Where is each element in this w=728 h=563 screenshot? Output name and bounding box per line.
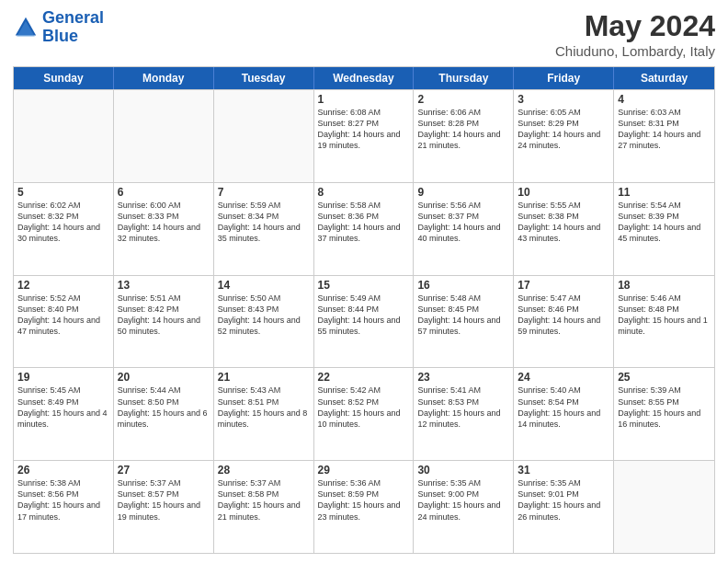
calendar-cell-4: 4 Sunrise: 6:03 AMSunset: 8:31 PMDayligh… [614,90,714,182]
calendar-cell-18: 18 Sunrise: 5:46 AMSunset: 8:48 PMDaylig… [614,276,714,368]
logo-text: General Blue [42,9,104,46]
header: General Blue May 2024 Chiuduno, Lombardy… [13,9,715,59]
day-number: 11 [618,186,711,199]
calendar-cell-empty-0-0 [14,90,114,182]
calendar-cell-14: 14 Sunrise: 5:50 AMSunset: 8:43 PMDaylig… [214,276,314,368]
day-number: 22 [318,371,410,384]
calendar-row-2: 12 Sunrise: 5:52 AMSunset: 8:40 PMDaylig… [14,275,714,368]
calendar-cell-empty-4-6 [614,461,714,553]
calendar-cell-29: 29 Sunrise: 5:36 AMSunset: 8:59 PMDaylig… [314,461,415,553]
header-day-sunday: Sunday [14,67,114,89]
day-number: 10 [518,186,609,199]
header-day-saturday: Saturday [614,67,714,89]
cell-info: Sunrise: 5:39 AMSunset: 8:55 PMDaylight:… [618,385,711,430]
day-number: 28 [218,464,310,477]
cell-info: Sunrise: 5:44 AMSunset: 8:50 PMDaylight:… [118,385,210,430]
calendar-cell-10: 10 Sunrise: 5:55 AMSunset: 8:38 PMDaylig… [514,183,614,275]
page: General Blue May 2024 Chiuduno, Lombardy… [0,0,728,563]
calendar-cell-empty-0-2 [214,90,314,182]
calendar-cell-12: 12 Sunrise: 5:52 AMSunset: 8:40 PMDaylig… [14,276,114,368]
day-number: 17 [518,279,609,292]
cell-info: Sunrise: 5:47 AMSunset: 8:46 PMDaylight:… [518,293,609,338]
day-number: 24 [518,371,609,384]
day-number: 30 [417,464,509,477]
cell-info: Sunrise: 5:48 AMSunset: 8:45 PMDaylight:… [417,293,509,338]
cell-info: Sunrise: 5:38 AMSunset: 8:56 PMDaylight:… [17,477,109,523]
day-number: 13 [118,279,210,292]
cell-info: Sunrise: 5:55 AMSunset: 8:38 PMDaylight:… [518,200,609,245]
calendar-header: SundayMondayTuesdayWednesdayThursdayFrid… [14,67,714,89]
calendar-cell-empty-0-1 [114,90,214,182]
cell-info: Sunrise: 6:08 AMSunset: 8:27 PMDaylight:… [318,107,410,152]
calendar-cell-22: 22 Sunrise: 5:42 AMSunset: 8:52 PMDaylig… [314,368,415,460]
header-day-thursday: Thursday [414,67,514,89]
cell-info: Sunrise: 5:35 AMSunset: 9:00 PMDaylight:… [417,477,509,523]
header-day-wednesday: Wednesday [314,67,415,89]
day-number: 1 [318,93,410,106]
cell-info: Sunrise: 5:37 AMSunset: 8:57 PMDaylight:… [118,477,210,523]
cell-info: Sunrise: 6:02 AMSunset: 8:32 PMDaylight:… [17,200,109,245]
calendar-cell-24: 24 Sunrise: 5:40 AMSunset: 8:54 PMDaylig… [514,368,614,460]
calendar-cell-11: 11 Sunrise: 5:54 AMSunset: 8:39 PMDaylig… [614,183,714,275]
calendar-cell-28: 28 Sunrise: 5:37 AMSunset: 8:58 PMDaylig… [214,461,314,553]
day-number: 2 [417,93,509,106]
day-number: 31 [518,464,609,477]
cell-info: Sunrise: 5:42 AMSunset: 8:52 PMDaylight:… [318,385,410,430]
logo-general: General [42,8,104,27]
day-number: 26 [17,464,109,477]
cell-info: Sunrise: 5:56 AMSunset: 8:37 PMDaylight:… [417,200,509,245]
day-number: 16 [417,279,509,292]
day-number: 14 [218,279,310,292]
cell-info: Sunrise: 6:06 AMSunset: 8:28 PMDaylight:… [417,107,509,152]
cell-info: Sunrise: 5:46 AMSunset: 8:48 PMDaylight:… [618,293,711,338]
day-number: 12 [17,279,109,292]
header-day-tuesday: Tuesday [214,67,314,89]
logo-blue: Blue [42,27,78,45]
month-year: May 2024 [555,9,715,43]
cell-info: Sunrise: 5:52 AMSunset: 8:40 PMDaylight:… [17,293,109,338]
calendar-cell-2: 2 Sunrise: 6:06 AMSunset: 8:28 PMDayligh… [414,90,514,182]
calendar-body: 1 Sunrise: 6:08 AMSunset: 8:27 PMDayligh… [14,89,714,553]
calendar-cell-3: 3 Sunrise: 6:05 AMSunset: 8:29 PMDayligh… [514,90,614,182]
cell-info: Sunrise: 5:36 AMSunset: 8:59 PMDaylight:… [318,477,410,523]
cell-info: Sunrise: 5:59 AMSunset: 8:34 PMDaylight:… [218,200,310,245]
cell-info: Sunrise: 6:05 AMSunset: 8:29 PMDaylight:… [518,107,609,152]
calendar-cell-21: 21 Sunrise: 5:43 AMSunset: 8:51 PMDaylig… [214,368,314,460]
calendar-row-1: 5 Sunrise: 6:02 AMSunset: 8:32 PMDayligh… [14,182,714,275]
calendar-cell-15: 15 Sunrise: 5:49 AMSunset: 8:44 PMDaylig… [314,276,415,368]
calendar-cell-17: 17 Sunrise: 5:47 AMSunset: 8:46 PMDaylig… [514,276,614,368]
day-number: 7 [218,186,310,199]
calendar-cell-26: 26 Sunrise: 5:38 AMSunset: 8:56 PMDaylig… [14,461,114,553]
cell-info: Sunrise: 5:51 AMSunset: 8:42 PMDaylight:… [118,293,210,338]
calendar-cell-13: 13 Sunrise: 5:51 AMSunset: 8:42 PMDaylig… [114,276,214,368]
cell-info: Sunrise: 5:50 AMSunset: 8:43 PMDaylight:… [218,293,310,338]
day-number: 29 [318,464,410,477]
cell-info: Sunrise: 5:41 AMSunset: 8:53 PMDaylight:… [417,385,509,430]
day-number: 27 [118,464,210,477]
logo: General Blue [13,9,104,46]
cell-info: Sunrise: 6:00 AMSunset: 8:33 PMDaylight:… [118,200,210,245]
calendar-cell-7: 7 Sunrise: 5:59 AMSunset: 8:34 PMDayligh… [214,183,314,275]
calendar-cell-16: 16 Sunrise: 5:48 AMSunset: 8:45 PMDaylig… [414,276,514,368]
day-number: 20 [118,371,210,384]
header-day-monday: Monday [114,67,214,89]
calendar-cell-27: 27 Sunrise: 5:37 AMSunset: 8:57 PMDaylig… [114,461,214,553]
cell-info: Sunrise: 5:40 AMSunset: 8:54 PMDaylight:… [518,385,609,430]
cell-info: Sunrise: 5:49 AMSunset: 8:44 PMDaylight:… [318,293,410,338]
day-number: 3 [518,93,609,106]
calendar-row-4: 26 Sunrise: 5:38 AMSunset: 8:56 PMDaylig… [14,460,714,553]
day-number: 21 [218,371,310,384]
day-number: 19 [17,371,109,384]
cell-info: Sunrise: 5:58 AMSunset: 8:36 PMDaylight:… [318,200,410,245]
cell-info: Sunrise: 5:37 AMSunset: 8:58 PMDaylight:… [218,477,310,523]
calendar: SundayMondayTuesdayWednesdayThursdayFrid… [13,66,715,554]
location: Chiuduno, Lombardy, Italy [555,43,715,59]
calendar-row-0: 1 Sunrise: 6:08 AMSunset: 8:27 PMDayligh… [14,89,714,182]
day-number: 15 [318,279,410,292]
calendar-cell-9: 9 Sunrise: 5:56 AMSunset: 8:37 PMDayligh… [414,183,514,275]
calendar-cell-8: 8 Sunrise: 5:58 AMSunset: 8:36 PMDayligh… [314,183,415,275]
calendar-cell-20: 20 Sunrise: 5:44 AMSunset: 8:50 PMDaylig… [114,368,214,460]
day-number: 6 [118,186,210,199]
day-number: 25 [618,371,711,384]
calendar-row-3: 19 Sunrise: 5:45 AMSunset: 8:49 PMDaylig… [14,367,714,460]
